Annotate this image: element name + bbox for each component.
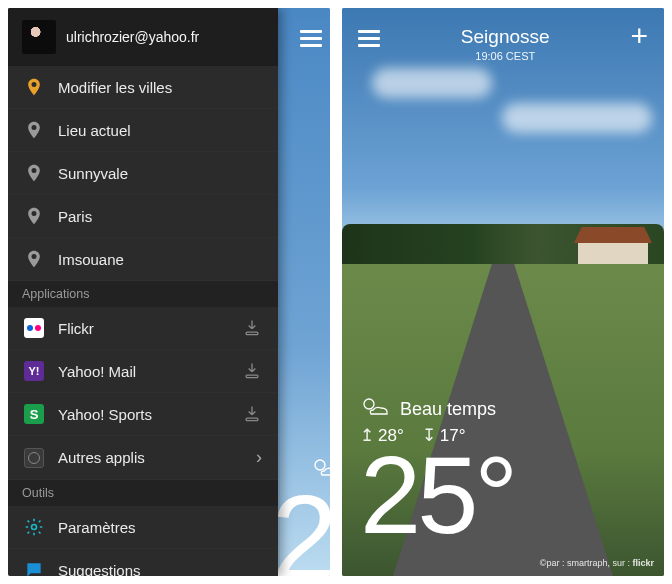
pin-icon (24, 120, 44, 140)
weather-summary: Beau temps ↥28° ↧17° 25° (360, 396, 514, 550)
sidebar-item-label: Sunnyvale (58, 165, 128, 182)
weather-header: Seignosse 19:06 CEST + (342, 8, 664, 62)
hamburger-icon[interactable] (358, 26, 380, 51)
sidebar-item-label: Paris (58, 208, 92, 225)
section-header-applications: Applications (8, 281, 278, 307)
cloud-decoration (502, 103, 652, 133)
background-peek: 2 (280, 8, 330, 576)
sidebar-item-label: Autres applis (58, 449, 145, 466)
sidebar-item-label: Yahoo! Mail (58, 363, 136, 380)
sidebar-app-flickr[interactable]: Flickr (8, 307, 278, 350)
chevron-right-icon: › (256, 447, 262, 468)
sidebar-item-label: Paramètres (58, 519, 136, 536)
flickr-icon (24, 318, 44, 338)
sidebar-item-sunnyvale[interactable]: Sunnyvale (8, 152, 278, 195)
up-arrow-icon: ↥ (360, 426, 374, 445)
pin-icon (24, 206, 44, 226)
svg-point-4 (32, 525, 37, 530)
sidebar: ulrichrozier@yahoo.fr Modifier les ville… (8, 8, 278, 576)
pin-icon (24, 249, 44, 269)
user-email: ulrichrozier@yahoo.fr (66, 29, 199, 45)
screenshot-left: 2 ulrichrozier@yahoo.fr Modifier les vil… (8, 8, 330, 576)
screenshot-right: Seignosse 19:06 CEST + Beau temps ↥28° ↧… (342, 8, 664, 576)
sidebar-item-imsouane[interactable]: Imsouane (8, 238, 278, 281)
pin-icon (24, 77, 44, 97)
sidebar-item-label: Imsouane (58, 251, 124, 268)
cloud-decoration (372, 68, 492, 98)
city-name: Seignosse (461, 26, 550, 48)
download-icon (242, 318, 262, 338)
sidebar-item-current-location[interactable]: Lieu actuel (8, 109, 278, 152)
sidebar-item-label: Modifier les villes (58, 79, 172, 96)
sidebar-item-edit-cities[interactable]: Modifier les villes (8, 66, 278, 109)
download-icon (242, 361, 262, 381)
local-time: 19:06 CEST (461, 50, 550, 62)
sidebar-item-label: Flickr (58, 320, 94, 337)
yahoo-sports-icon: S (24, 404, 44, 424)
gear-icon (24, 517, 44, 537)
attribution-brand: flickr (632, 558, 654, 568)
user-row[interactable]: ulrichrozier@yahoo.fr (8, 8, 278, 66)
download-icon (242, 404, 262, 424)
peek-temperature: 2 (271, 468, 330, 576)
attribution-text: ©par : smartraph, sur : (540, 558, 633, 568)
photo-attribution: ©par : smartraph, sur : flickr (540, 558, 654, 568)
svg-point-5 (364, 399, 374, 409)
sidebar-item-paris[interactable]: Paris (8, 195, 278, 238)
pin-icon (24, 163, 44, 183)
sidebar-app-yahoo-mail[interactable]: Y! Yahoo! Mail (8, 350, 278, 393)
add-location-button[interactable]: + (630, 26, 648, 46)
avatar (22, 20, 56, 54)
sidebar-item-label: Lieu actuel (58, 122, 131, 139)
sidebar-tool-settings[interactable]: Paramètres (8, 506, 278, 549)
location-title[interactable]: Seignosse 19:06 CEST (461, 26, 550, 62)
sidebar-app-other[interactable]: Autres applis › (8, 436, 278, 480)
section-header-outils: Outils (8, 480, 278, 506)
chat-icon (24, 560, 44, 576)
hamburger-icon[interactable] (300, 26, 322, 51)
sidebar-item-label: Yahoo! Sports (58, 406, 152, 423)
other-apps-icon (24, 448, 44, 468)
sidebar-tool-suggestions[interactable]: Suggestions (8, 549, 278, 576)
sidebar-app-yahoo-sports[interactable]: S Yahoo! Sports (8, 393, 278, 436)
svg-rect-2 (246, 375, 258, 378)
svg-rect-1 (246, 332, 258, 335)
down-arrow-icon: ↧ (422, 426, 436, 445)
sidebar-item-label: Suggestions (58, 562, 141, 577)
svg-rect-3 (246, 418, 258, 421)
yahoo-mail-icon: Y! (24, 361, 44, 381)
condition-icon (360, 396, 390, 423)
condition-text: Beau temps (400, 399, 496, 420)
current-temperature: 25° (360, 440, 514, 550)
